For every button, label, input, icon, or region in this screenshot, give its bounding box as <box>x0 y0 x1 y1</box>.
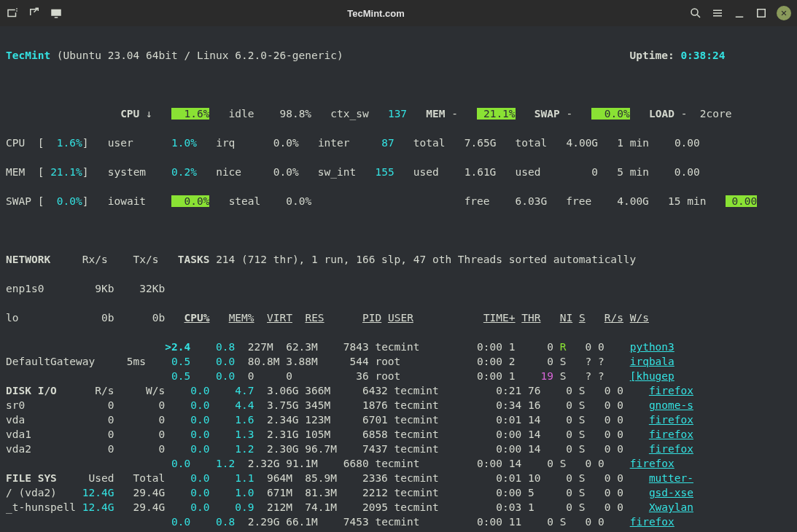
proc-res: 81.3M <box>305 487 337 498</box>
proc-pid: 6858 <box>356 429 388 440</box>
ctx-label: ctx_sw <box>330 108 368 120</box>
proc-thr: 1 <box>509 341 528 353</box>
proc-mem: 1.1 <box>229 472 254 484</box>
col-virt[interactable]: VIRT <box>267 312 292 324</box>
minimize-icon[interactable] <box>733 7 746 20</box>
inter-value: 87 <box>381 137 394 149</box>
proc-thr: 1 <box>509 370 528 382</box>
proc-time: 0:00 <box>470 341 502 353</box>
proc-thr: 76 <box>528 385 547 396</box>
proc-cmd[interactable]: firefox <box>649 385 693 396</box>
proc-cmd[interactable]: firefox <box>649 429 693 440</box>
proc-thr: 2 <box>509 356 528 367</box>
proc-user: tecmint <box>394 399 446 411</box>
proc-cpu: 0.0 <box>184 414 209 426</box>
col-thr[interactable]: THR <box>521 312 540 324</box>
proc-cpu: >2.4 <box>165 341 190 353</box>
proc-ni: 0 <box>560 399 572 411</box>
proc-ni: 0 <box>560 414 572 426</box>
proc-rs: 0 <box>604 487 611 498</box>
proc-cmd[interactable]: firefox <box>630 458 674 469</box>
proc-time: 0:21 <box>490 385 522 396</box>
proc-cmd[interactable]: python3 <box>630 341 674 353</box>
mem-bar-value: 21.1% <box>50 166 82 178</box>
col-ws[interactable]: W/s <box>630 312 649 324</box>
proc-s: S <box>560 516 567 528</box>
col-mem[interactable]: MEM% <box>229 312 254 324</box>
proc-cmd[interactable]: Xwaylan <box>649 501 693 513</box>
process-row: >2.4 0.8 227M 62.3M 7843 tecmint 0:00 1 … <box>6 340 791 354</box>
proc-cpu: 0.5 <box>165 370 190 382</box>
proc-pid: 36 <box>337 370 369 382</box>
close-icon[interactable] <box>777 6 791 20</box>
terminal-output: TecMint (Ubuntu 23.04 64bit / Linux 6.2.… <box>0 26 797 532</box>
swap-bar-label: SWAP [ <box>6 195 44 207</box>
col-user[interactable]: USER <box>388 312 413 324</box>
proc-virt: 3.06G <box>267 385 299 396</box>
proc-cmd[interactable]: firefox <box>649 414 693 426</box>
col-res[interactable]: RES <box>305 312 324 324</box>
proc-pid: 7843 <box>337 341 369 353</box>
proc-res: 96.7M <box>305 443 337 455</box>
proc-rs: 0 <box>604 443 611 455</box>
process-row: DISK I/O R/s W/s 0.0 4.7 3.06G 366M 6432… <box>6 383 791 398</box>
screen-icon[interactable] <box>50 7 63 20</box>
svg-rect-1 <box>758 9 766 17</box>
proc-mem: 1.2 <box>229 443 254 455</box>
proc-cmd[interactable]: firefox <box>649 443 693 455</box>
proc-cmd[interactable]: gsd-xse <box>649 487 693 498</box>
proc-rs: 0 <box>586 516 592 528</box>
proc-s: S <box>579 487 586 498</box>
proc-virt: 0 <box>248 370 280 382</box>
proc-time: 0:34 <box>490 399 522 411</box>
irq-label: irq <box>216 137 235 149</box>
menu-icon[interactable] <box>711 7 724 20</box>
swap-free: 4.00G <box>617 195 649 207</box>
proc-cpu: 0.0 <box>184 429 209 440</box>
proc-time: 0:03 <box>490 501 522 513</box>
proc-cmd[interactable]: [khugep <box>630 370 674 382</box>
proc-cmd[interactable]: gnome-s <box>649 399 693 411</box>
proc-virt: 671M <box>267 487 299 498</box>
proc-thr: 10 <box>528 472 547 484</box>
col-pid[interactable]: PID <box>362 312 381 324</box>
col-s[interactable]: S <box>579 312 586 324</box>
new-window-icon[interactable] <box>28 7 41 20</box>
uptime-value: 0:38:24 <box>680 50 725 61</box>
proc-user: tecmint <box>375 516 426 528</box>
col-time[interactable]: TIME+ <box>483 312 516 324</box>
col-cpu[interactable]: CPU% <box>184 312 210 324</box>
proc-cmd[interactable]: mutter- <box>649 472 693 484</box>
swint-label: sw_int <box>318 166 356 178</box>
proc-ws: 0 <box>617 472 623 484</box>
rx-header: Rx/s <box>82 254 108 265</box>
proc-user: root <box>375 370 426 382</box>
proc-ws: 0 <box>617 501 623 513</box>
swap-total-label: total <box>516 137 548 149</box>
proc-res: 85.9M <box>305 472 337 484</box>
proc-rs: 0 <box>604 414 611 426</box>
proc-s: S <box>560 458 567 469</box>
search-icon[interactable] <box>689 7 702 20</box>
new-tab-icon[interactable] <box>6 7 19 20</box>
mem-title: MEM <box>426 108 445 120</box>
maximize-icon[interactable] <box>755 7 768 20</box>
col-rs[interactable]: R/s <box>604 312 623 324</box>
swap-total: 4.00G <box>566 137 598 149</box>
proc-virt: 2.30G <box>267 443 299 455</box>
proc-ni: 19 <box>540 370 553 382</box>
proc-user: root <box>375 356 426 367</box>
proc-rs: 0 <box>604 501 611 513</box>
ctx-value: 137 <box>388 108 407 120</box>
proc-cmd[interactable]: firefox <box>630 516 674 528</box>
proc-thr: 14 <box>528 443 547 455</box>
proc-ws: 0 <box>617 399 623 411</box>
proc-mem: 0.8 <box>209 516 235 528</box>
col-ni[interactable]: NI <box>560 312 572 324</box>
swap-bar-value: 0.0% <box>57 195 82 207</box>
proc-cmd[interactable]: irqbala <box>630 356 674 367</box>
sort-arrow-icon: ↓ <box>146 108 152 120</box>
proc-user: tecmint <box>394 487 446 498</box>
idle-value: 98.8% <box>279 108 311 120</box>
tasks-summary: 214 (712 thr), 1 run, 166 slp, 47 oth Th… <box>216 254 636 265</box>
